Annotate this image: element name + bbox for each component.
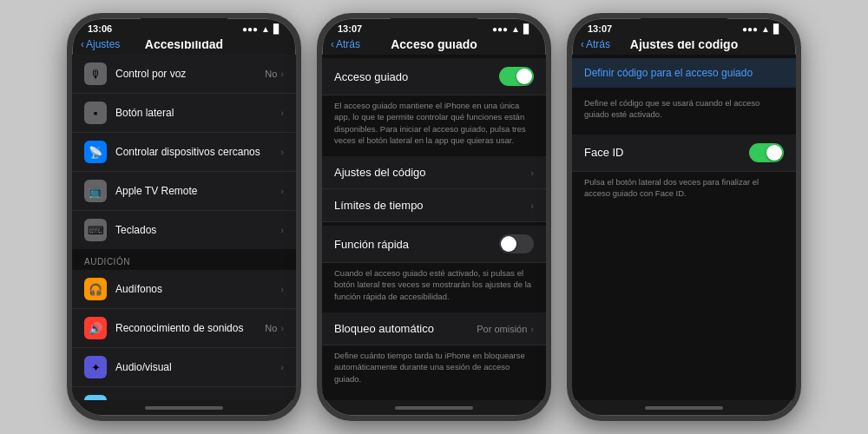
- signal-icon-3: ●●●: [742, 24, 758, 34]
- back-button-1[interactable]: ‹ Ajustes: [81, 38, 120, 50]
- section-audicion: AUDICIÓN: [72, 250, 296, 270]
- link-definir-codigo-text: Definir código para el acceso guiado: [584, 67, 784, 79]
- chevron-ajustes-codigo: ›: [530, 168, 534, 178]
- status-icons-3: ●●● ▲ ▊: [742, 24, 780, 34]
- status-bar-1: 13:06 ●●● ▲ ▊: [72, 18, 296, 36]
- home-indicator-1: [145, 406, 223, 410]
- battery-icon-3: ▊: [773, 24, 780, 34]
- battery-icon-1: ▊: [273, 24, 280, 34]
- row-limites-tiempo[interactable]: Límites de tiempo ›: [322, 189, 546, 222]
- label-ajustes-codigo: Ajustes del código: [334, 166, 530, 179]
- chevron-limites-tiempo: ›: [530, 201, 534, 211]
- toggle-faceid[interactable]: Face ID: [572, 135, 796, 172]
- desc-funcion-rapida: Cuando el acceso guiado esté activado, s…: [322, 263, 546, 309]
- back-label-2: Atrás: [336, 38, 360, 50]
- screen-2: Acceso guiado El acceso guiado mantiene …: [322, 55, 546, 400]
- chevron-reconocimiento: ›: [280, 323, 284, 333]
- value-reconocimiento: No: [265, 323, 277, 333]
- row-apple-tv[interactable]: 📺 Apple TV Remote ›: [72, 172, 296, 211]
- label-limites-tiempo: Límites de tiempo: [334, 199, 530, 212]
- toggle-funcion-rapida-switch[interactable]: [499, 234, 534, 253]
- icon-controlar-disp: 📡: [84, 141, 107, 163]
- chevron-apple-tv: ›: [280, 186, 284, 196]
- chevron-controlar-disp: ›: [280, 147, 284, 157]
- phone-3: 13:07 ●●● ▲ ▊ ‹ Atrás Ajustes del código…: [567, 13, 801, 421]
- icon-boton-lateral: ▪: [84, 102, 107, 124]
- label-audiovisual: Audio/visual: [115, 361, 280, 373]
- home-bar-1: [72, 400, 296, 416]
- icon-reconocimiento: 🔊: [84, 317, 107, 339]
- value-bloqueo-auto: Por omisión: [477, 324, 527, 334]
- label-audifonos: Audífonos: [115, 283, 280, 295]
- home-indicator-2: [395, 406, 473, 410]
- phone-1: 13:06 ●●● ▲ ▊ ‹ Ajustes Accesibilidad 🎙 …: [67, 13, 301, 421]
- label-boton-lateral: Botón lateral: [115, 107, 280, 119]
- icon-control-voz: 🎙: [84, 62, 107, 85]
- toggle-thumb: [516, 69, 532, 84]
- toggle-funcion-rapida[interactable]: Función rápida: [322, 226, 546, 263]
- time-3: 13:07: [588, 23, 612, 34]
- desc-faceid: Pulsa el botón lateral dos veces para fi…: [572, 172, 796, 207]
- back-chevron-1: ‹: [81, 38, 84, 50]
- toggle-thumb-3: [766, 145, 782, 161]
- chevron-audiovisual: ›: [280, 362, 284, 372]
- group-audicion: 🎧 Audífonos › 🔊 Reconocimiento de sonido…: [72, 270, 296, 400]
- battery-icon-2: ▊: [523, 24, 530, 34]
- signal-icon-2: ●●●: [492, 24, 508, 34]
- desc-definir-codigo: Define el código que se usará cuando el …: [572, 93, 796, 128]
- wifi-icon-1: ▲: [261, 24, 270, 34]
- label-apple-tv: Apple TV Remote: [115, 185, 280, 197]
- value-control-voz: No: [265, 69, 277, 79]
- time-2: 13:07: [338, 23, 362, 34]
- row-audifonos[interactable]: 🎧 Audífonos ›: [72, 270, 296, 309]
- status-bar-2: 13:07 ●●● ▲ ▊: [322, 18, 546, 36]
- nav-title-3: Ajustes del código: [630, 37, 738, 51]
- home-bar-2: [322, 400, 546, 416]
- back-button-2[interactable]: ‹ Atrás: [331, 38, 360, 50]
- toggle-funcion-rapida-label: Función rápida: [334, 238, 499, 251]
- status-bar-3: 13:07 ●●● ▲ ▊: [572, 18, 796, 36]
- status-icons-1: ●●● ▲ ▊: [242, 24, 280, 34]
- screen-1: 🎙 Control por voz No › ▪ Botón lateral ›…: [72, 55, 296, 400]
- icon-audiovisual: ✦: [84, 356, 107, 378]
- group-interaction-1: 🎙 Control por voz No › ▪ Botón lateral ›…: [72, 55, 296, 249]
- back-chevron-2: ‹: [331, 38, 334, 50]
- row-bloqueo-auto[interactable]: Bloqueo automático Por omisión ›: [322, 312, 546, 345]
- row-subtitulos[interactable]: 💬 Subtítulos ›: [72, 387, 296, 400]
- chevron-boton-lateral: ›: [280, 108, 284, 118]
- chevron-audifonos: ›: [280, 284, 284, 294]
- label-teclados: Teclados: [115, 224, 280, 236]
- chevron-bloqueo-auto: ›: [530, 324, 534, 334]
- icon-audifonos: 🎧: [84, 278, 107, 300]
- desc-acceso-guiado: El acceso guiado mantiene el iPhone en u…: [322, 95, 546, 153]
- row-audiovisual[interactable]: ✦ Audio/visual ›: [72, 348, 296, 387]
- nav-title-1: Accesibilidad: [145, 37, 223, 51]
- toggle-acceso-guiado-switch[interactable]: [499, 67, 534, 86]
- back-chevron-3: ‹: [581, 38, 584, 50]
- nav-bar-2: ‹ Atrás Acceso guiado: [322, 36, 546, 55]
- row-reconocimiento[interactable]: 🔊 Reconocimiento de sonidos No ›: [72, 309, 296, 348]
- toggle-acceso-guiado-label: Acceso guiado: [334, 70, 499, 83]
- link-definir-codigo[interactable]: Definir código para el acceso guiado: [572, 58, 796, 88]
- toggle-faceid-switch[interactable]: [749, 143, 784, 162]
- screen-3: Definir código para el acceso guiado Def…: [572, 55, 796, 400]
- phone-2: 13:07 ●●● ▲ ▊ ‹ Atrás Acceso guiado Acce…: [317, 13, 551, 421]
- desc-bloqueo-auto: Define cuánto tiempo tarda tu iPhone en …: [322, 345, 546, 391]
- status-icons-2: ●●● ▲ ▊: [492, 24, 530, 34]
- toggle-faceid-label: Face ID: [584, 146, 749, 159]
- row-control-voz[interactable]: 🎙 Control por voz No ›: [72, 55, 296, 94]
- chevron-control-voz: ›: [280, 69, 284, 79]
- chevron-teclados: ›: [280, 225, 284, 235]
- row-boton-lateral[interactable]: ▪ Botón lateral ›: [72, 94, 296, 133]
- row-teclados[interactable]: ⌨ Teclados ›: [72, 211, 296, 249]
- row-ajustes-codigo[interactable]: Ajustes del código ›: [322, 156, 546, 189]
- row-controlar-disp[interactable]: 📡 Controlar dispositivos cercanos ›: [72, 133, 296, 172]
- nav-title-2: Acceso guiado: [391, 37, 477, 51]
- signal-icon-1: ●●●: [242, 24, 258, 34]
- toggle-acceso-guiado[interactable]: Acceso guiado: [322, 58, 546, 95]
- toggle-thumb-2: [501, 236, 516, 252]
- label-control-voz: Control por voz: [115, 68, 265, 80]
- back-label-1: Ajustes: [86, 38, 120, 50]
- back-button-3[interactable]: ‹ Atrás: [581, 38, 610, 50]
- time-1: 13:06: [88, 23, 112, 34]
